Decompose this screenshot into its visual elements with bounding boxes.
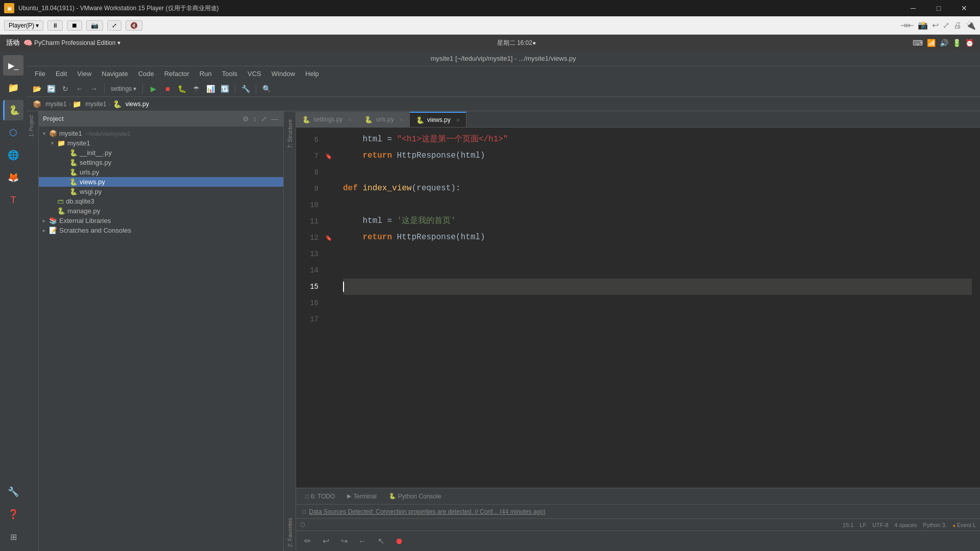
activities-button[interactable]: 活动 [6,38,19,47]
event-log[interactable]: ● Event L [953,522,976,528]
record-icon[interactable]: ⏺ [392,534,406,548]
close-button[interactable]: ✕ [952,0,976,16]
vscode-icon[interactable]: ⬡ [3,122,23,143]
menu-tools[interactable]: Tools [218,69,241,79]
menu-file[interactable]: File [31,69,50,79]
pencil-icon[interactable]: ✏ [300,534,314,548]
menu-window[interactable]: Window [267,69,299,79]
stop-btn[interactable]: ■ [161,83,174,95]
tree-item-urls[interactable]: ▸ 🐍 urls.py [39,167,283,177]
volume-icon[interactable]: 🔊 [940,39,948,47]
tools-icon[interactable]: 🔧 [3,482,23,502]
maximize-button[interactable]: □ [927,0,950,16]
tab-settings[interactable]: 🐍 settings.py ✕ [296,112,358,127]
tree-item-root[interactable]: ▾ 📦 mysite1 ~/tedu/vip/mysite1 [39,129,283,138]
breadcrumb-mysite1[interactable]: mysite1 [85,101,106,108]
player-menu-button[interactable]: Player(P) ▾ [4,20,43,31]
forward-btn[interactable]: → [88,83,100,95]
panel-close-icon[interactable]: — [270,114,279,124]
indent-info[interactable]: 4 spaces [894,522,917,528]
back-icon[interactable]: ← [355,534,370,548]
tree-item-manage[interactable]: ▸ 🐍 manage.py [39,206,283,216]
structure-tab[interactable]: 7: Structure [285,115,295,153]
stop-button[interactable]: ⏹ [67,20,82,31]
fullscreen-button[interactable]: ⤢ [107,20,121,31]
favorites-tab[interactable]: 2: Favorites [285,514,295,551]
undo-icon[interactable]: ↩ [318,534,333,548]
tree-item-wsgi[interactable]: ▸ 🐍 wsgi.py [39,187,283,196]
vm-right-icon-5[interactable]: 🖨 [953,21,962,30]
keyboard-icon[interactable]: ⌨ [913,39,923,47]
menu-view[interactable]: View [73,69,95,79]
tab-urls[interactable]: 🐍 urls.py ✕ [358,112,409,127]
python-version[interactable]: Python 3. [923,522,946,528]
clock-icon[interactable]: ⏰ [965,39,974,47]
coverage-btn[interactable]: ☂ [190,83,202,95]
redo-icon[interactable]: ↪ [337,534,351,548]
vm-right-icon-6[interactable]: 🔌 [966,20,976,30]
tree-item-db[interactable]: ▸ 🗃 db.sqlite3 [39,196,283,206]
vm-right-icon-4[interactable]: ⤢ [943,20,949,30]
sort-icon[interactable]: ↕ [252,114,258,124]
terminal-icon[interactable]: ▶_ [3,55,23,76]
menu-vcs[interactable]: VCS [243,69,265,79]
tab-views[interactable]: 🐍 views.py ✕ [410,112,467,127]
text-editor-icon[interactable]: T [3,190,23,210]
tree-item-mysite1-folder[interactable]: ▾ 📁 mysite1 [39,138,283,148]
wrench-btn[interactable]: 🔧 [239,83,252,95]
tab-views-close[interactable]: ✕ [456,117,460,123]
menu-edit[interactable]: Edit [52,69,71,79]
search-btn[interactable]: 🔍 [260,83,273,95]
menu-code[interactable]: Code [134,69,158,79]
chrome-icon[interactable]: 🌐 [3,145,23,165]
back-btn[interactable]: ← [74,83,86,95]
tree-item-init[interactable]: ▸ 🐍 __init__.py [39,148,283,158]
sync2-btn[interactable]: ↻ [59,83,71,95]
mute-button[interactable]: 🔇 [126,20,142,31]
python-console-tab[interactable]: 🐍 Python Console [384,489,447,504]
pycharm-icon[interactable]: 🐍 [3,100,23,120]
apps-icon[interactable]: ⊞ [3,527,23,547]
cursor-position[interactable]: 15:1 [843,522,853,528]
folder-icon[interactable]: 📁 [3,78,23,98]
open-folder-btn[interactable]: 📂 [31,83,43,95]
refactor-run-btn[interactable]: 🔃 [218,83,231,95]
tab-settings-close[interactable]: ✕ [348,117,352,122]
vm-right-icon-2[interactable]: 📸 [918,20,928,30]
settings-dropdown[interactable]: settings ▾ [109,83,138,95]
snapshot-button[interactable]: 📷 [86,20,103,31]
breadcrumb-mysite1-root[interactable]: mysite1 [45,101,66,108]
menu-refactor[interactable]: Refactor [160,69,193,79]
help-icon[interactable]: ❓ [3,504,23,524]
sync-btn[interactable]: 🔄 [45,83,57,95]
code-editor[interactable]: 6 7 8 9 10 11 12 13 14 15 16 17 [296,128,980,488]
pause-button[interactable]: ⏸ [47,20,63,31]
tree-item-settings[interactable]: ▸ 🐍 settings.py [39,158,283,167]
project-tab[interactable]: 1: Project [27,111,38,141]
tab-urls-close[interactable]: ✕ [399,117,403,122]
run-btn[interactable]: ▶ [147,83,159,95]
code-content[interactable]: html = "<h1>这是第一个页面</h1>" return HttpRes… [335,128,980,488]
minimize-button[interactable]: ─ [901,0,925,16]
battery-icon[interactable]: 🔋 [952,39,961,47]
encoding[interactable]: UTF-8 [872,522,888,528]
line-ending[interactable]: LF [860,522,866,528]
breadcrumb-views[interactable]: views.py [126,101,149,108]
menu-run[interactable]: Run [195,69,216,79]
notification-text[interactable]: Data Sources Detected: Connection proper… [309,508,546,515]
expand-icon[interactable]: ⤢ [260,114,268,124]
pycharm-app-button[interactable]: 🧠 PyCharm Professional Edition ▾ [23,39,120,47]
vm-right-icon-1[interactable]: ⇥⇤ [900,20,914,30]
debug-btn[interactable]: 🐛 [176,83,188,95]
menu-navigate[interactable]: Navigate [97,69,132,79]
terminal-tab[interactable]: ▶ Terminal [342,489,381,504]
profile-btn[interactable]: 📊 [204,83,216,95]
network-icon[interactable]: 📶 [927,39,936,47]
tree-item-views[interactable]: ▸ 🐍 views.py [39,177,283,187]
firefox-icon[interactable]: 🦊 [3,167,23,188]
cog-icon[interactable]: ⚙ [241,114,250,124]
tree-item-scratches[interactable]: ▸ 📝 Scratches and Consoles [39,226,283,235]
todo-tab[interactable]: □ 6: TODO [300,489,340,504]
cursor-icon[interactable]: ↖ [374,534,388,548]
vm-right-icon-3[interactable]: ↩ [932,20,939,30]
